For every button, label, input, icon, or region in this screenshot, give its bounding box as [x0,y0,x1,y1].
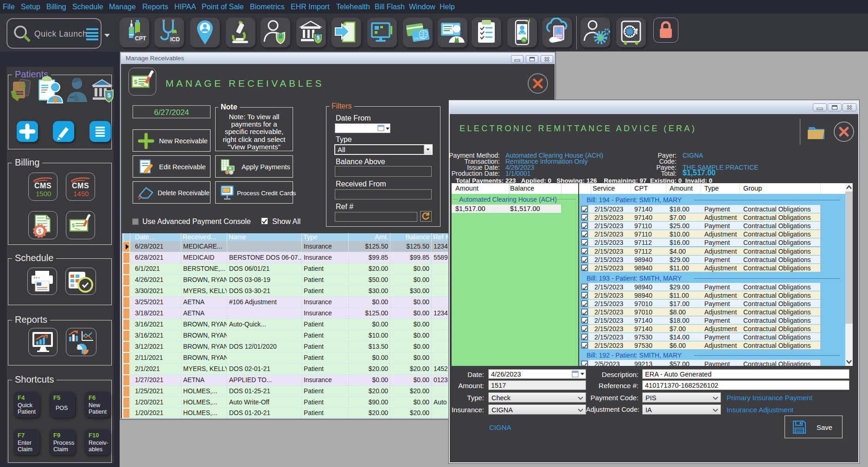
svg-text:$: $ [134,78,138,85]
svg-text:1450: 1450 [73,190,89,198]
svg-text:$: $ [108,92,111,99]
svg-text:CPT: CPT [135,35,147,42]
svg-text:$: $ [72,223,75,228]
svg-text:CMS: CMS [72,182,89,190]
svg-text:CMS: CMS [34,182,51,190]
svg-text:$: $ [317,35,319,40]
svg-text:1500: 1500 [36,190,51,198]
svg-text:1234 5678: 1234 5678 [414,37,425,40]
svg-text:ICD: ICD [170,36,180,43]
svg-text:$: $ [38,228,42,235]
